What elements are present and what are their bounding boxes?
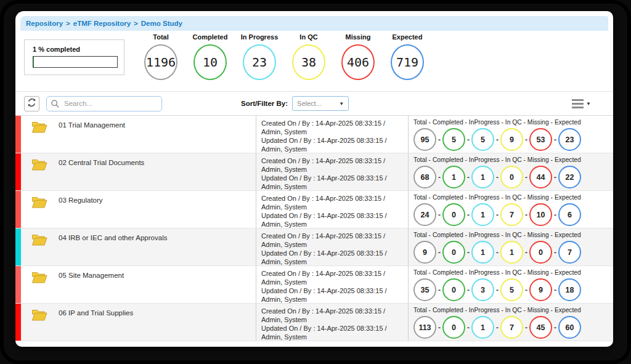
folder-name[interactable]: 05 Site Management <box>57 266 256 303</box>
sort-filter-select[interactable]: Select... ▼ <box>292 96 349 111</box>
folder-icon[interactable] <box>21 116 57 153</box>
updated-info: Updated On / By : 14-Apr-2025 08:33:15 /… <box>261 286 404 304</box>
row-stat-circle: 113 <box>413 316 436 339</box>
row-stats-header: Total - Completed - InProgress - In QC -… <box>413 156 611 163</box>
folder-icon[interactable] <box>21 191 57 228</box>
row-status-bar <box>15 304 21 341</box>
stat-label: Expected <box>393 33 423 41</box>
stat-separator: - <box>438 135 441 144</box>
row-stat-circle: 24 <box>413 203 436 226</box>
stat-separator: - <box>525 286 527 294</box>
progress-label: 1 % completed <box>33 46 118 53</box>
folder-name[interactable]: 03 Regulatory <box>57 191 256 228</box>
search-icon <box>51 99 60 111</box>
refresh-button[interactable] <box>24 96 39 111</box>
table-row[interactable]: 02 Central Trial Documents Created On / … <box>15 153 613 191</box>
row-stat-circle: 9 <box>413 241 436 264</box>
row-stat-circle: 1 <box>471 241 494 264</box>
row-stat-circle: 1 <box>471 316 494 339</box>
progress-box: 1 % completed <box>24 39 124 75</box>
table-row[interactable]: 06 IP and Trial Supplies Created On / By… <box>15 304 613 341</box>
stat-separator: - <box>525 211 527 219</box>
row-status-bar <box>15 153 21 190</box>
summary-stats: Total 1196 Completed 10 In Progress 23 I… <box>136 33 432 80</box>
row-stat-circle: 7 <box>500 316 523 339</box>
updated-info: Updated On / By : 14-Apr-2025 08:33:15 /… <box>261 211 404 229</box>
stat-circle: 10 <box>193 44 227 80</box>
row-stat-circle: 22 <box>558 166 581 188</box>
row-stat-circle: 9 <box>529 278 552 301</box>
stat-separator: - <box>467 248 470 257</box>
table-row[interactable]: 03 Regulatory Created On / By : 14-Apr-2… <box>15 191 613 229</box>
stat-separator: - <box>467 323 470 332</box>
breadcrumb-link[interactable]: Repository <box>26 20 63 27</box>
folder-name[interactable]: 04 IRB or IEC and other Approvals <box>57 229 256 265</box>
created-info: Created On / By : 14-Apr-2025 08:33:15 /… <box>261 307 404 324</box>
stat-separator: - <box>554 211 556 219</box>
folder-icon[interactable] <box>21 153 57 190</box>
row-stats: Total - Completed - InProgress - In QC -… <box>408 229 613 265</box>
stat-circle: 1196 <box>144 44 177 80</box>
row-stat-circle: 9 <box>500 128 523 151</box>
table-row[interactable]: 01 Trial Management Created On / By : 14… <box>15 116 613 153</box>
row-status-bar <box>15 116 21 153</box>
row-stat-circle: 1 <box>500 241 523 264</box>
row-stats-header: Total - Completed - InProgress - In QC -… <box>413 232 611 238</box>
folder-name[interactable]: 01 Trial Management <box>57 116 256 153</box>
created-info: Created On / By : 14-Apr-2025 08:33:15 /… <box>261 232 404 249</box>
menu-button[interactable]: ▼ <box>572 99 591 108</box>
stat-separator: - <box>525 323 527 332</box>
folder-icon[interactable] <box>21 229 57 265</box>
row-stat-circle: 45 <box>529 316 552 339</box>
stat-separator: - <box>496 211 499 219</box>
folder-icon[interactable] <box>21 266 57 303</box>
search-input[interactable] <box>46 96 162 111</box>
stat-label: In QC <box>299 33 317 41</box>
stat-separator: - <box>496 323 499 332</box>
row-stat-circle: 68 <box>413 166 436 188</box>
folder-table: 01 Trial Management Created On / By : 14… <box>15 116 613 346</box>
summary-header: 1 % completed Total 1196 Completed 10 In… <box>15 31 613 91</box>
stat-label: Completed <box>193 33 228 41</box>
row-dates: Created On / By : 14-Apr-2025 08:33:15 /… <box>256 116 408 153</box>
folder-name[interactable]: 06 IP and Trial Supplies <box>57 304 256 341</box>
stat-separator: - <box>438 173 441 182</box>
breadcrumb: Repository>eTMF Repository>Demo Study <box>20 16 608 31</box>
row-dates: Created On / By : 14-Apr-2025 08:33:15 /… <box>256 153 408 190</box>
row-stat-circle: 95 <box>413 128 436 151</box>
row-stat-circle: 18 <box>558 278 581 301</box>
row-stats-circles: 68-1-1-0-44-22 <box>413 166 611 188</box>
row-stat-circle: 0 <box>442 241 465 264</box>
summary-stat: In Progress 23 <box>235 33 284 80</box>
created-info: Created On / By : 14-Apr-2025 08:33:15 /… <box>261 119 404 136</box>
row-dates: Created On / By : 14-Apr-2025 08:33:15 /… <box>256 191 408 228</box>
row-stats-header: Total - Completed - InProgress - In QC -… <box>413 194 611 201</box>
stat-separator: - <box>554 173 556 182</box>
stat-separator: - <box>438 211 441 219</box>
row-stats-circles: 9-0-1-1-0-7 <box>413 241 611 264</box>
row-stat-circle: 0 <box>442 316 465 339</box>
stat-separator: - <box>554 286 556 294</box>
breadcrumb-link[interactable]: eTMF Repository <box>73 20 131 27</box>
folder-icon[interactable] <box>21 304 57 341</box>
stat-separator: - <box>467 211 470 219</box>
row-stats: Total - Completed - InProgress - In QC -… <box>408 266 613 303</box>
stat-separator: - <box>496 173 499 182</box>
refresh-icon <box>27 98 36 110</box>
table-row[interactable]: 04 IRB or IEC and other Approvals Create… <box>15 229 613 266</box>
stat-separator: - <box>438 248 441 257</box>
folder-name[interactable]: 02 Central Trial Documents <box>57 153 256 190</box>
breadcrumb-link[interactable]: Demo Study <box>141 20 182 27</box>
stat-separator: - <box>467 135 470 144</box>
stat-circle: 719 <box>391 44 424 80</box>
row-stat-circle: 60 <box>558 316 581 339</box>
row-stats: Total - Completed - InProgress - In QC -… <box>408 153 613 190</box>
chevron-down-icon: ▼ <box>339 101 344 107</box>
stat-separator: - <box>554 135 556 144</box>
breadcrumb-separator: > <box>134 20 138 27</box>
stat-separator: - <box>467 286 470 294</box>
row-stat-circle: 0 <box>529 241 552 264</box>
table-row[interactable]: 05 Site Management Created On / By : 14-… <box>15 266 613 304</box>
row-stat-circle: 35 <box>413 278 436 301</box>
stat-separator: - <box>496 286 499 294</box>
